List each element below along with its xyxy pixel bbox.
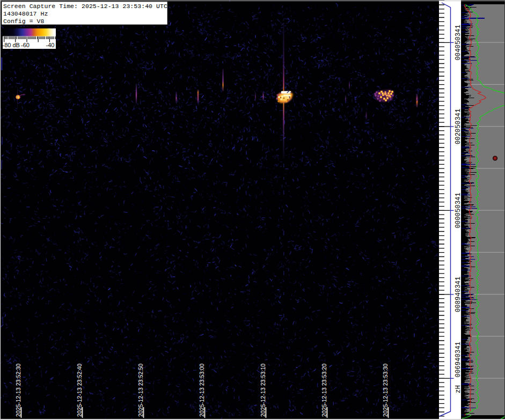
svg-text:2025-12-13 23:53:10: 2025-12-13 23:53:10 (260, 364, 266, 417)
svg-text:2025-12-13 23:52:40: 2025-12-13 23:52:40 (76, 364, 83, 417)
svg-text:Screen Capture Time: 2025-12-1: Screen Capture Time: 2025-12-13 23:53:40… (3, 3, 167, 10)
svg-text:2025-12-13 23:53:30: 2025-12-13 23:53:30 (382, 364, 389, 417)
svg-text:008940341: 008940341 (455, 277, 462, 312)
svg-text:2025-12-13 23:53:20: 2025-12-13 23:53:20 (321, 364, 327, 417)
svg-text:zH 006940341: zH 006940341 (455, 342, 462, 393)
svg-text:004050341: 004050341 (455, 25, 462, 60)
svg-text:143048017 Hz: 143048017 Hz (3, 10, 48, 17)
svg-text:002050341: 002050341 (455, 109, 462, 144)
svg-text:Config = V8: Config = V8 (3, 18, 45, 25)
svg-text:2025-12-13 23:52:50: 2025-12-13 23:52:50 (137, 364, 144, 417)
svg-text:2025-12-13 23:53:00: 2025-12-13 23:53:00 (199, 364, 205, 417)
svg-text:2025-12-13 23:52:30: 2025-12-13 23:52:30 (15, 364, 21, 417)
svg-text:-80 dB: -80 dB (3, 42, 20, 48)
svg-text:-40: -40 (46, 42, 55, 48)
svg-text:000050341: 000050341 (455, 193, 462, 228)
svg-text:-60: -60 (21, 42, 30, 48)
